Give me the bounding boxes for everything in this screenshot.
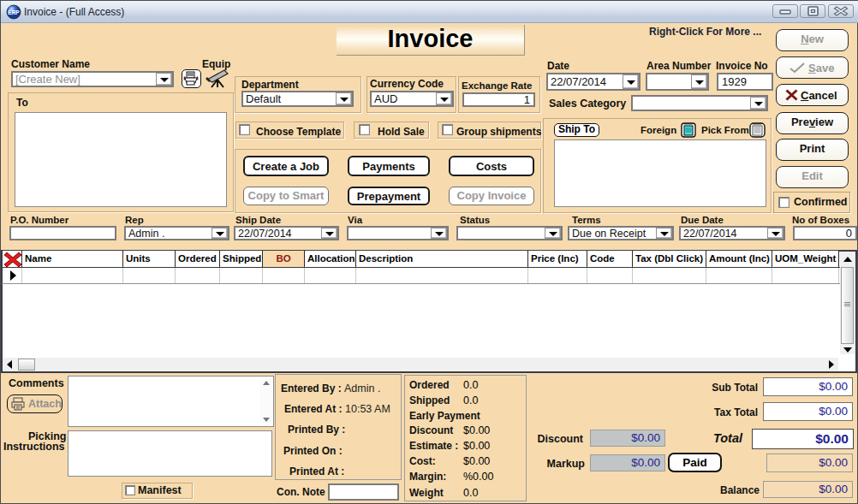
svg-text:ERP: ERP [8,9,20,15]
